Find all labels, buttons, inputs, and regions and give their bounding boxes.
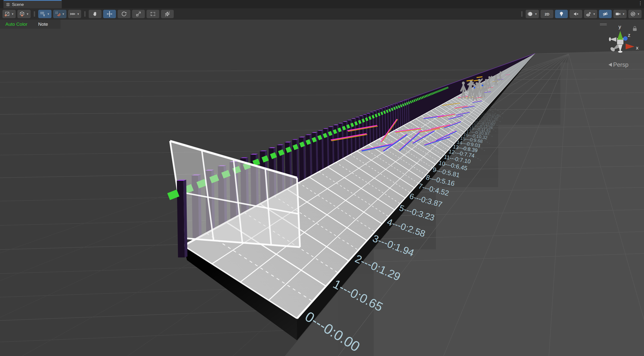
visibility-toggle-button[interactable] <box>599 10 612 18</box>
toolbar-separator <box>34 11 35 17</box>
rotate-tool-button[interactable] <box>118 10 130 18</box>
view-hand-tool-button[interactable] <box>89 10 102 18</box>
gizmo-axis-z[interactable] <box>623 36 628 41</box>
gizmo-label-x: x <box>636 45 638 51</box>
transform-tool-button[interactable] <box>161 10 174 18</box>
grid-size-button[interactable]: ▼ <box>68 10 81 18</box>
svg-text:Y: Y <box>43 14 45 17</box>
grid-snap-y-button[interactable]: Y▼ <box>38 10 52 18</box>
2d-toggle-button[interactable]: 2D <box>540 10 553 18</box>
gizmo-label-z: z <box>628 32 630 38</box>
scene-viewport[interactable]: 0---0:0.001---0:0.652---0:1.293---0:1.94… <box>0 20 644 356</box>
tab-bar: Scene ⋮ <box>0 0 644 8</box>
scene-overlay-tabs: Auto Color Note <box>0 20 60 29</box>
scene-toolbar: ▼▼Y▼▼▼▼2D▼▼▼ <box>0 8 644 20</box>
tool-handle-position-button[interactable]: ▼ <box>2 10 16 18</box>
window-menu-icon[interactable]: ⋮ <box>638 1 642 6</box>
scene-tab[interactable]: Scene <box>4 0 62 8</box>
toolbar-separator <box>521 11 522 17</box>
note-tab[interactable]: Note <box>33 22 54 27</box>
auto-color-tab[interactable]: Auto Color <box>0 22 33 27</box>
scene-tab-label: Scene <box>12 2 24 7</box>
unity-scene-window: Scene ⋮ ▼▼Y▼▼▼▼2D▼▼▼ 0---0:0.001---0:0.6… <box>0 0 644 356</box>
shading-mode-button[interactable]: ▼ <box>526 10 539 18</box>
gizmo-label-y: y <box>618 24 621 30</box>
lighting-toggle-button[interactable] <box>555 10 568 18</box>
tool-handle-rotation-button[interactable]: ▼ <box>18 10 31 18</box>
rect-tool-button[interactable] <box>146 10 159 18</box>
move-tool-button[interactable] <box>103 10 116 18</box>
scene-grid-icon <box>6 3 10 7</box>
camera-view-button[interactable]: ▼ <box>613 10 626 18</box>
svg-text:Persp: Persp <box>613 61 628 68</box>
effects-toggle-button[interactable]: ▼ <box>584 10 597 18</box>
scene-canvas[interactable]: 0---0:0.001---0:0.652---0:1.293---0:1.94… <box>0 20 644 356</box>
scale-tool-button[interactable] <box>132 10 145 18</box>
snap-increment-button[interactable]: ▼ <box>53 10 66 18</box>
audio-toggle-button[interactable] <box>570 10 582 18</box>
toolbar-separator <box>84 11 86 17</box>
gizmos-toggle-button[interactable]: ▼ <box>628 10 642 18</box>
